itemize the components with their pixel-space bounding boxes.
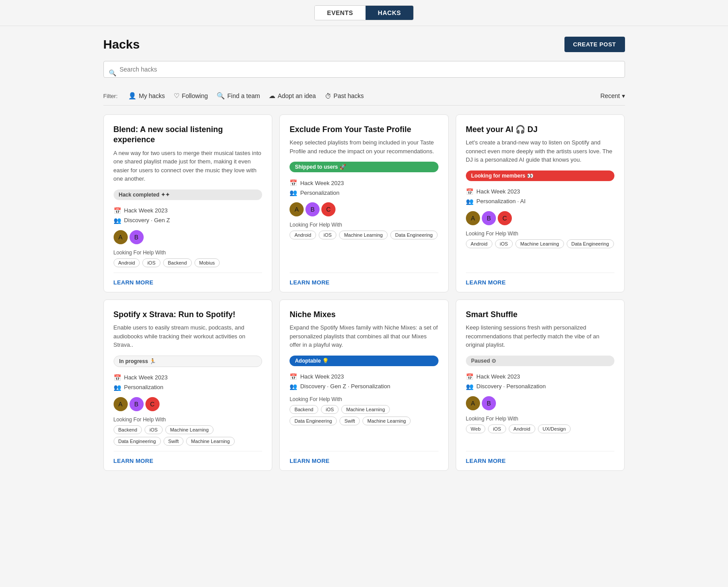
tag: Android [509,424,535,433]
create-post-button[interactable]: CREATE POST [564,37,625,52]
search-icon: 🔍 [109,69,116,76]
learn-more-button[interactable]: LEARN MORE [114,451,263,470]
card-meta: 📅 Hack Week 2023 👥 Discovery · Gen Z · P… [290,373,438,390]
card-meta: 📅 Hack Week 2023 👥 Personalization [290,179,438,196]
page-title: Hacks [103,38,140,52]
sort-dropdown[interactable]: Recent ▾ [600,92,625,99]
event-name: Hack Week 2023 [476,373,520,380]
nav-tab-group: EVENTS HACKS [314,5,414,20]
tags-meta: Personalization [124,384,164,390]
card-title: Smart Shuffle [466,310,615,320]
avatars-smart-shuffle: AB [466,396,615,410]
card-strava: Spotify x Strava: Run to Spotify! Enable… [103,299,273,471]
event-name: Hack Week 2023 [300,180,344,186]
meta-tags: 👥 Discovery · Personalization [466,383,615,390]
learn-more-button[interactable]: LEARN MORE [290,273,438,292]
filter-following[interactable]: ♡ Following [174,92,208,100]
avatar: C [145,397,160,411]
card-desc: Keep listening sessions fresh with perso… [466,323,615,349]
help-label: Looking For Help With [466,416,615,422]
tag: Data Engineering [114,437,161,446]
calendar-icon: 📅 [290,179,297,186]
people-icon: 👥 [466,198,473,205]
tag: Backend [290,405,318,414]
my-hacks-icon: 👤 [128,92,137,100]
tags-section: Looking For Help With AndroidiOSMachine … [290,222,438,239]
card-niche-mixes: Niche Mixes Expand the Spotify Mixes fam… [279,299,449,471]
tag: Android [466,239,492,248]
following-label: Following [182,92,208,99]
meta-event: 📅 Hack Week 2023 [114,207,263,214]
calendar-icon: 📅 [466,373,473,380]
adopt-idea-label: Adopt an idea [278,92,316,99]
avatar: B [130,230,144,244]
adopt-idea-icon: ☁ [269,92,275,100]
card-blend: Blend: A new social listening experience… [103,114,273,292]
meta-tags: 👥 Personalization [290,189,438,196]
people-icon: 👥 [114,217,121,224]
event-name: Hack Week 2023 [124,374,168,381]
status-badge: Paused ⊙ [466,356,615,366]
card-desc: Expand the Spotify Mixes family with Nic… [290,323,438,349]
filter-my-hacks[interactable]: 👤 My hacks [128,92,165,100]
search-wrapper: 🔍 [103,61,625,85]
meta-event: 📅 Hack Week 2023 [114,374,263,381]
avatars-ai-dj: ABC [466,211,615,225]
help-label: Looking For Help With [466,231,615,237]
tab-hacks[interactable]: HACKS [366,6,413,20]
filter-adopt-idea[interactable]: ☁ Adopt an idea [269,92,316,100]
search-input[interactable] [103,61,625,78]
past-hacks-label: Past hacks [334,92,364,99]
tags-list: AndroidiOSMachine LearningData Engineeri… [466,239,615,248]
meta-event: 📅 Hack Week 2023 [290,373,438,380]
filter-label: Filter: [103,93,118,99]
learn-more-button[interactable]: LEARN MORE [466,273,615,292]
tag: Backend [163,258,192,267]
avatar: A [114,397,128,411]
tags-list: AndroidiOSMachine LearningData Engineeri… [290,231,438,239]
card-title: Spotify x Strava: Run to Spotify! [114,310,263,320]
tag: iOS [142,258,160,267]
status-badge: Adoptable 💡 [290,356,438,366]
card-meta: 📅 Hack Week 2023 👥 Personalization [114,374,263,391]
help-label: Looking For Help With [114,250,263,256]
avatars-exclude: ABC [290,202,438,216]
avatar: A [114,230,128,244]
tag: Machine Learning [186,437,234,446]
tag: Backend [114,425,142,434]
my-hacks-label: My hacks [139,92,165,99]
tab-events[interactable]: EVENTS [315,6,366,20]
people-icon: 👥 [290,189,297,196]
meta-tags: 👥 Personalization [114,384,263,391]
event-name: Hack Week 2023 [124,207,168,214]
meta-event: 📅 Hack Week 2023 [466,373,615,380]
learn-more-button[interactable]: LEARN MORE [114,273,263,292]
calendar-icon: 📅 [114,207,121,214]
chevron-down-icon: ▾ [622,92,625,99]
page-header: Hacks CREATE POST [103,37,625,52]
tag: UX/Design [538,424,571,433]
avatar: A [466,396,480,410]
tag: Machine Learning [165,425,213,434]
tag: Swift [339,417,360,425]
card-desc: A new way for two users to merge their m… [114,149,263,183]
card-meta: 📅 Hack Week 2023 👥 Personalization · AI [466,188,615,205]
past-hacks-icon: ⏱ [325,92,332,100]
event-name: Hack Week 2023 [476,188,520,195]
learn-more-button[interactable]: LEARN MORE [466,451,615,470]
meta-tags: 👥 Personalization · AI [466,198,615,205]
card-desc: Keep selected playlists from being inclu… [290,138,438,155]
meta-event: 📅 Hack Week 2023 [290,179,438,186]
tag: Mobius [194,258,220,267]
card-meta: 📅 Hack Week 2023 👥 Discovery · Gen Z [114,207,263,224]
filter-past-hacks[interactable]: ⏱ Past hacks [325,92,364,100]
filter-find-team[interactable]: 🔍 Find a team [217,92,260,100]
find-team-label: Find a team [227,92,260,99]
avatars-blend: AB [114,230,263,244]
tag: Machine Learning [339,231,387,239]
tags-list: AndroidiOSBackendMobius [114,258,263,267]
card-desc: Enable users to easily stream music, pod… [114,323,263,349]
tag: Data Engineering [290,417,337,425]
tags-list: BackendiOSMachine LearningData Engineeri… [290,405,438,425]
learn-more-button[interactable]: LEARN MORE [290,451,438,470]
